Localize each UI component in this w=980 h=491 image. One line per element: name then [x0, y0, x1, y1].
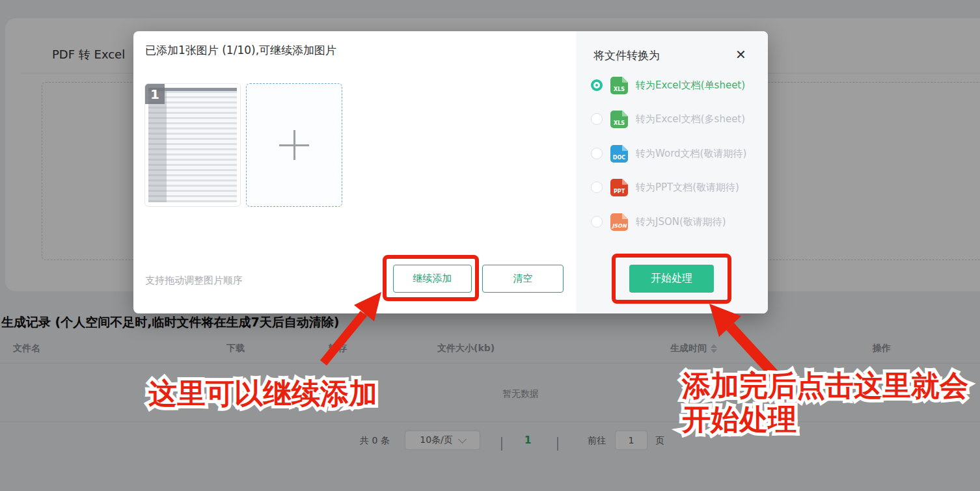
doc-file-icon: DOC — [610, 145, 628, 163]
add-image-tile[interactable] — [246, 83, 342, 207]
app-page: PDF 转 Excel 生成记录 (个人空间不足时,临时文件将在生成7天后自动清… — [0, 0, 980, 491]
radio-unselected-icon[interactable] — [591, 216, 603, 228]
option-label: 转为Excel文档(多sheet) — [636, 113, 745, 126]
option-excel-multi-sheet[interactable]: XLS 转为Excel文档(多sheet) — [591, 109, 761, 129]
annotation-note-left: 这里可以继续添加 这里可以继续添加 — [148, 375, 377, 413]
option-ppt[interactable]: PPT 转为PPT文档(敬请期待) — [591, 178, 761, 197]
option-word[interactable]: DOC 转为Word文档(敬请期待) — [591, 144, 761, 163]
xls-file-icon: XLS — [610, 111, 628, 128]
convert-panel-title: 将文件转换为 — [593, 48, 660, 63]
option-label: 转为Excel文档(单sheet) — [636, 79, 745, 92]
ppt-file-icon: PPT — [610, 179, 628, 196]
radio-unselected-icon[interactable] — [591, 148, 603, 159]
option-label: 转为PPT文档(敬请期待) — [636, 181, 739, 194]
plus-icon — [293, 130, 295, 160]
close-icon[interactable]: ✕ — [735, 47, 746, 62]
option-label: 转为JSON(敬请期待) — [636, 216, 726, 228]
annotation-note-right-line2: 开始处理 开始处理 — [682, 401, 796, 439]
annotation-box-continue-add — [383, 255, 479, 301]
clear-button[interactable]: 清空 — [482, 265, 564, 293]
thumbnail-table-preview — [148, 88, 237, 202]
drag-reorder-hint: 支持拖动调整图片顺序 — [145, 274, 243, 287]
dialog-status-text: 已添加1张图片 (1/10),可继续添加图片 — [145, 43, 336, 58]
radio-selected-icon[interactable] — [591, 79, 603, 91]
thumbnail-order-badge: 1 — [145, 84, 165, 104]
json-file-icon: JSON — [610, 213, 628, 231]
annotation-note-right-line1: 添加完后点击这里就会 添加完后点击这里就会 — [682, 367, 968, 405]
option-json[interactable]: JSON 转为JSON(敬请期待) — [591, 212, 761, 232]
xls-file-icon: XLS — [610, 77, 628, 94]
uploaded-image-thumbnail[interactable]: 1 — [144, 83, 241, 207]
radio-unselected-icon[interactable] — [591, 113, 603, 125]
radio-unselected-icon[interactable] — [591, 181, 603, 193]
option-excel-single-sheet[interactable]: XLS 转为Excel文档(单sheet) — [591, 75, 761, 95]
annotation-box-start — [612, 254, 731, 304]
option-label: 转为Word文档(敬请期待) — [636, 148, 746, 160]
